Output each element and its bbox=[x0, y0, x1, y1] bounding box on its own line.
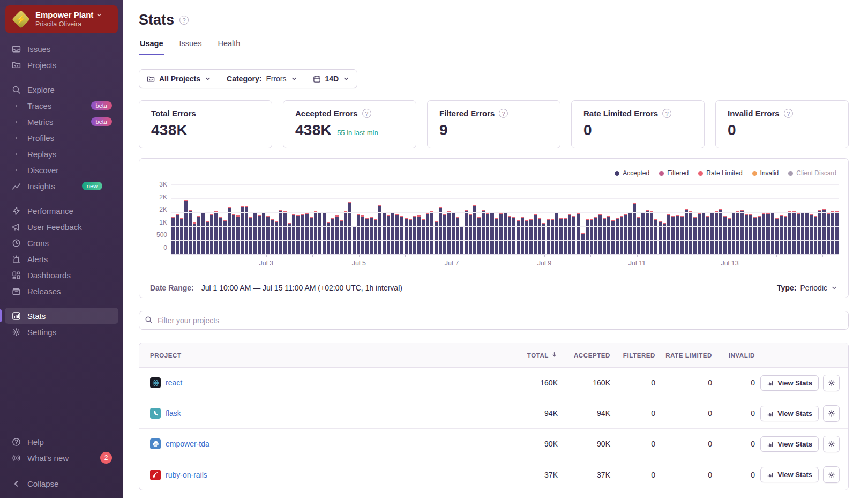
column-header-label: INVALID bbox=[729, 352, 755, 359]
chart-bar-cap bbox=[775, 218, 779, 219]
help-icon[interactable]: ? bbox=[662, 109, 671, 118]
chart-bar-cap bbox=[361, 215, 364, 217]
column-header-rate-limited[interactable]: RATE LIMITED bbox=[657, 352, 714, 359]
tab-health[interactable]: Health bbox=[216, 39, 241, 55]
org-switcher[interactable]: ⚡ Empower Plant Priscila Oliveira bbox=[5, 5, 118, 33]
project-filter-button[interactable]: All Projects bbox=[139, 70, 219, 88]
help-icon[interactable]: ? bbox=[784, 109, 793, 118]
sidebar-item-profiles[interactable]: Profiles bbox=[5, 130, 118, 146]
project-link[interactable]: ruby-on-rails bbox=[166, 471, 207, 479]
chart-bars bbox=[171, 184, 839, 254]
project-settings-button[interactable] bbox=[823, 466, 840, 483]
sidebar-item-user-feedback[interactable]: User Feedback bbox=[5, 219, 118, 235]
sidebar-item-metrics[interactable]: Metricsbeta bbox=[5, 114, 118, 130]
sidebar-item-label: Performance bbox=[27, 206, 73, 215]
chart-bar bbox=[594, 217, 597, 254]
chart-bar bbox=[607, 216, 610, 254]
legend-item-accepted[interactable]: Accepted bbox=[615, 169, 649, 177]
project-search-input[interactable] bbox=[139, 311, 849, 330]
type-dropdown[interactable]: Type: Periodic bbox=[777, 284, 837, 292]
tab-usage[interactable]: Usage bbox=[139, 39, 164, 55]
chart-bar bbox=[780, 215, 783, 254]
cell-total: 37K bbox=[511, 471, 560, 479]
sidebar-item-releases[interactable]: Releases bbox=[5, 283, 118, 299]
sidebar-item-alerts[interactable]: Alerts bbox=[5, 251, 118, 267]
legend-item-filtered[interactable]: Filtered bbox=[659, 169, 689, 177]
chart-bar bbox=[283, 211, 287, 254]
chart-bar bbox=[323, 212, 326, 254]
project-link[interactable]: react bbox=[166, 378, 182, 387]
tab-issues[interactable]: Issues bbox=[178, 39, 203, 55]
view-stats-button[interactable]: View Stats bbox=[760, 467, 819, 482]
help-icon[interactable]: ? bbox=[362, 109, 371, 118]
project-settings-button[interactable] bbox=[823, 436, 840, 452]
sidebar-item-stats[interactable]: Stats bbox=[5, 308, 118, 324]
chart-bar bbox=[568, 214, 571, 254]
chart-bar bbox=[784, 216, 787, 255]
view-stats-label: View Stats bbox=[777, 440, 812, 448]
sidebar-item-replays[interactable]: Replays bbox=[5, 146, 118, 162]
sidebar-item-traces[interactable]: Tracesbeta bbox=[5, 98, 118, 114]
chevron-down-icon bbox=[96, 12, 102, 18]
sidebar-item-help[interactable]: Help bbox=[5, 434, 118, 450]
legend-item-rate-limited[interactable]: Rate Limited bbox=[698, 169, 742, 177]
chart-bar-cap bbox=[521, 217, 524, 218]
chart-bar bbox=[667, 214, 670, 254]
chart-bar-cap bbox=[395, 214, 399, 215]
legend-item-invalid[interactable]: Invalid bbox=[752, 169, 779, 177]
sidebar-item-settings[interactable]: Settings bbox=[5, 324, 118, 340]
sidebar-item-dashboards[interactable]: Dashboards bbox=[5, 267, 118, 283]
chart-bar bbox=[753, 217, 757, 254]
chart-bar-cap bbox=[551, 219, 554, 220]
chart-bar bbox=[443, 214, 446, 254]
chart-bar-cap bbox=[409, 219, 412, 220]
chart-bar bbox=[792, 211, 796, 254]
chart-bar bbox=[654, 219, 657, 254]
project-link[interactable]: empower-tda bbox=[166, 440, 209, 448]
sidebar-item-performance[interactable]: Performance bbox=[5, 203, 118, 219]
project-settings-button[interactable] bbox=[823, 375, 840, 391]
view-stats-button[interactable]: View Stats bbox=[760, 436, 819, 452]
column-header-filtered[interactable]: FILTERED bbox=[612, 352, 657, 359]
chart-bar bbox=[447, 211, 451, 254]
sidebar: ⚡ Empower Plant Priscila Oliveira Issues… bbox=[0, 0, 123, 498]
gridline bbox=[171, 226, 839, 227]
sidebar-item-crons[interactable]: Crons bbox=[5, 235, 118, 251]
view-stats-button[interactable]: View Stats bbox=[760, 406, 819, 421]
page-help-icon[interactable]: ? bbox=[179, 16, 189, 25]
column-header-accepted[interactable]: ACCEPTED bbox=[560, 352, 612, 359]
chart-bar-cap bbox=[607, 216, 610, 217]
project-link[interactable]: flask bbox=[166, 409, 181, 418]
chart-bar bbox=[732, 212, 735, 254]
sidebar-item-insights[interactable]: Insightsnew bbox=[5, 178, 118, 194]
chart-bar-cap bbox=[219, 217, 222, 218]
date-range-button[interactable]: 14D bbox=[305, 70, 357, 88]
chart-bar-cap bbox=[517, 220, 520, 221]
y-tick-label: 0 bbox=[163, 244, 167, 251]
chart-y-axis: 3K2K2K1K5000 bbox=[147, 184, 167, 254]
view-stats-button[interactable]: View Stats bbox=[760, 375, 819, 391]
column-header-project[interactable]: PROJECT bbox=[139, 352, 511, 359]
chart-bar bbox=[676, 215, 679, 254]
org-logo-icon: ⚡ bbox=[12, 10, 30, 28]
legend-item-client-discard[interactable]: Client Discard bbox=[788, 169, 836, 177]
sidebar-item-explore[interactable]: Explore bbox=[5, 81, 118, 98]
stat-card-title: Invalid Errors bbox=[728, 109, 780, 118]
project-settings-button[interactable] bbox=[823, 405, 840, 422]
chart-bar-cap bbox=[184, 200, 188, 201]
chart-bar-cap bbox=[331, 218, 334, 219]
category-filter-button[interactable]: Category: Errors bbox=[219, 70, 304, 88]
chart-bar-cap bbox=[189, 210, 192, 211]
cell-accepted: 37K bbox=[560, 471, 612, 479]
sidebar-item-collapse[interactable]: Collapse bbox=[5, 475, 118, 492]
gridline bbox=[171, 198, 839, 199]
sidebar-item-projects[interactable]: Projects bbox=[5, 57, 118, 73]
sidebar-item-label: User Feedback bbox=[27, 222, 82, 232]
sidebar-item-issues[interactable]: Issues bbox=[5, 41, 118, 57]
column-header-invalid[interactable]: INVALID bbox=[714, 352, 757, 359]
help-icon[interactable]: ? bbox=[499, 109, 508, 118]
chart-bar bbox=[577, 213, 580, 254]
column-header-total[interactable]: TOTAL bbox=[511, 351, 560, 359]
sidebar-item-discover[interactable]: Discover bbox=[5, 162, 118, 178]
sidebar-item-what-s-new[interactable]: What's new2 bbox=[5, 450, 118, 466]
